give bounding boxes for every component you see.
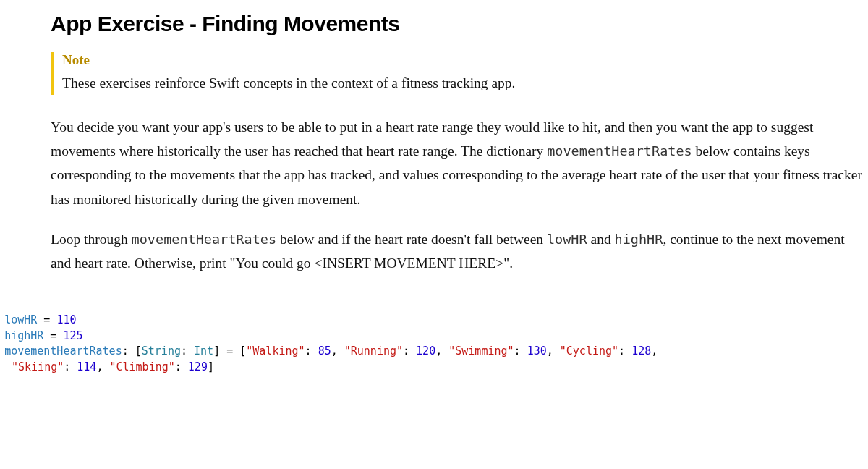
document-content: App Exercise - Finding Movements Note Th… <box>0 0 868 275</box>
note-body: These exercises reinforce Swift concepts… <box>62 71 868 95</box>
text: below and if the heart rate doesn't fall… <box>276 232 547 247</box>
code-text: "Skiing": 114, "Climbing": 129] <box>0 360 868 376</box>
code-line: 12 let highHR = 125 <box>0 329 868 345</box>
text: Loop through <box>51 232 132 247</box>
code-line-continuation: "Skiing": 114, "Climbing": 129] <box>0 360 868 376</box>
paragraph-2: Loop through movementHeartRates below an… <box>51 227 868 275</box>
page-title: App Exercise - Finding Movements <box>51 12 868 36</box>
code-text: var movementHeartRates: [String: Int] = … <box>0 344 868 360</box>
code-text: let highHR = 125 <box>0 329 868 345</box>
code-line: 11 let lowHR = 110 <box>0 313 868 329</box>
note-title: Note <box>62 52 868 68</box>
inline-code: movementHeartRates <box>547 143 692 159</box>
inline-code: movementHeartRates <box>132 232 276 247</box>
code-block[interactable]: 11 let lowHR = 110 12 let highHR = 125 1… <box>0 291 868 414</box>
code-line: 15 <box>0 391 868 406</box>
note-callout: Note These exercises reinforce Swift con… <box>51 52 868 95</box>
code-text: let lowHR = 110 <box>0 313 868 329</box>
code-line: 13 var movementHeartRates: [String: Int]… <box>0 344 868 360</box>
code-line: 14 <box>0 376 868 391</box>
paragraph-1: You decide you want your app's users to … <box>51 115 868 211</box>
text: and <box>587 232 615 247</box>
inline-code: highHR <box>615 232 663 247</box>
inline-code: lowHR <box>547 232 587 247</box>
